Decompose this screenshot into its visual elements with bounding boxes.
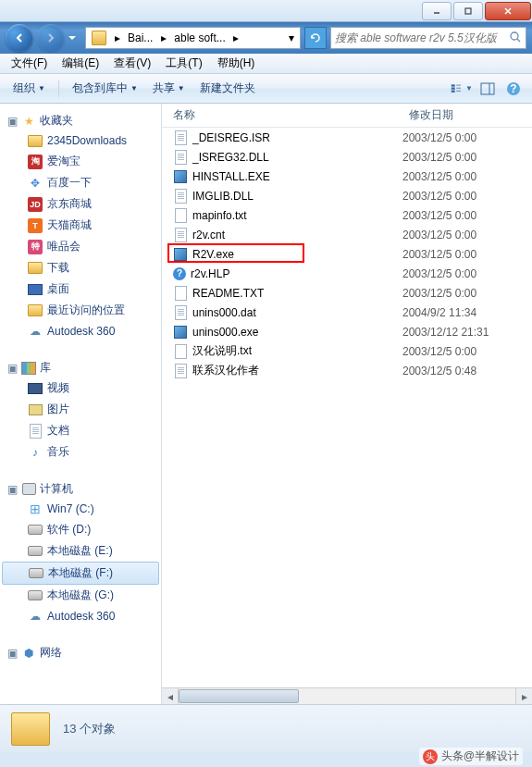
share-button[interactable]: 共享▼	[147, 77, 191, 100]
back-button[interactable]	[6, 24, 33, 52]
refresh-button[interactable]	[304, 27, 327, 49]
new-folder-button[interactable]: 新建文件夹	[194, 77, 261, 100]
sidebar-item[interactable]: 视频	[0, 377, 161, 399]
sidebar-item[interactable]: 软件 (D:)	[0, 519, 161, 540]
collapse-icon[interactable]: ▣	[7, 116, 18, 126]
search-box[interactable]	[330, 27, 526, 49]
menubar: 文件(F) 编辑(E) 查看(V) 工具(T) 帮助(H)	[0, 54, 532, 74]
file-date: 2003/12/12 21:31	[402, 326, 489, 339]
help-button[interactable]: ?	[502, 78, 525, 100]
sidebar-group-label: 库	[40, 360, 51, 376]
sidebar-group-favorites[interactable]: ▣★收藏夹	[0, 111, 161, 130]
scroll-left-icon[interactable]: ◂	[162, 688, 179, 704]
sidebar-item[interactable]: ☁Autodesk 360	[0, 606, 161, 626]
search-icon[interactable]	[509, 31, 522, 46]
sidebar-item[interactable]: T天猫商城	[0, 215, 161, 236]
sidebar-group-libraries[interactable]: ▣库	[0, 358, 161, 377]
svg-rect-8	[452, 90, 455, 92]
file-row[interactable]: ?r2v.HLP2003/12/5 0:00	[162, 264, 532, 283]
sidebar-item[interactable]: 桌面	[0, 278, 161, 300]
chevron-right-icon[interactable]: ▸	[110, 28, 124, 48]
menu-help[interactable]: 帮助(H)	[210, 54, 263, 73]
sidebar-item[interactable]: 本地磁盘 (E:)	[0, 540, 161, 562]
file-row[interactable]: r2v.cnt2003/12/5 0:00	[162, 225, 532, 244]
sidebar-item[interactable]: 最近访问的位置	[0, 300, 161, 321]
file-date: 2003/12/5 0:00	[402, 151, 476, 164]
file-row[interactable]: 联系汉化作者2003/12/5 0:48	[162, 361, 532, 380]
sidebar-item[interactable]: 下载	[0, 257, 161, 278]
sidebar-item[interactable]: 2345Downloads	[0, 130, 161, 151]
file-date: 2003/12/5 0:00	[402, 345, 476, 358]
file-row[interactable]: _DEISREG.ISR2003/12/5 0:00	[162, 128, 532, 147]
breadcrumb-seg2[interactable]: able soft...	[170, 28, 229, 48]
file-row[interactable]: HINSTALL.EXE2003/12/5 0:00	[162, 167, 532, 186]
sidebar-item[interactable]: ♪音乐	[0, 441, 161, 463]
history-dropdown[interactable]	[68, 24, 81, 52]
chevron-right-icon[interactable]: ▸	[229, 28, 243, 48]
sidebar-item[interactable]: ⊞Win7 (C:)	[0, 499, 161, 519]
close-button[interactable]	[485, 2, 531, 20]
scroll-thumb[interactable]	[179, 689, 299, 703]
chevron-right-icon[interactable]: ▸	[156, 28, 170, 48]
file-name: R2V.exe	[192, 248, 234, 261]
collapse-icon[interactable]: ▣	[7, 648, 18, 658]
divider	[58, 80, 59, 97]
sidebar-item[interactable]: 特唯品会	[0, 236, 161, 257]
sidebar-group-label: 网络	[40, 645, 62, 661]
scroll-right-icon[interactable]: ▸	[515, 688, 532, 704]
horizontal-scrollbar[interactable]: ◂ ▸	[162, 687, 532, 704]
file-row[interactable]: 汉化说明.txt2003/12/5 0:00	[162, 341, 532, 361]
view-options-button[interactable]: ▼	[451, 78, 473, 100]
menu-file[interactable]: 文件(F)	[4, 54, 55, 73]
file-row[interactable]: R2V.exe2003/12/5 0:00	[162, 244, 532, 264]
minimize-button[interactable]	[422, 2, 452, 20]
include-library-button[interactable]: 包含到库中▼	[67, 77, 143, 100]
sidebar-item[interactable]: 图片	[0, 399, 161, 420]
sidebar-item[interactable]: 本地磁盘 (F:)	[2, 562, 159, 585]
file-row[interactable]: IMGLIB.DLL2003/12/5 0:00	[162, 186, 532, 205]
file-row[interactable]: unins000.dat2004/9/2 11:34	[162, 303, 532, 322]
sidebar-item[interactable]: ✥百度一下	[0, 172, 161, 193]
column-name[interactable]: 名称	[173, 107, 409, 123]
titlebar	[0, 0, 532, 22]
forward-button[interactable]	[37, 24, 65, 52]
file-row[interactable]: README.TXT2003/12/5 0:00	[162, 283, 532, 303]
sidebar-item-label: 天猫商城	[47, 217, 92, 233]
sidebar-item-label: 桌面	[47, 281, 69, 297]
file-row[interactable]: unins000.exe2003/12/12 21:31	[162, 322, 532, 341]
svg-rect-7	[452, 87, 455, 89]
chevron-down-icon[interactable]: ▾	[284, 28, 298, 48]
preview-pane-button[interactable]	[476, 78, 499, 100]
sidebar-group-computer[interactable]: ▣计算机	[0, 479, 161, 499]
sidebar-item[interactable]: ☁Autodesk 360	[0, 321, 161, 341]
sidebar-item[interactable]: 本地磁盘 (G:)	[0, 585, 161, 606]
menu-tools[interactable]: 工具(T)	[158, 54, 209, 73]
sidebar-item[interactable]: 文档	[0, 420, 161, 441]
column-date[interactable]: 修改日期	[409, 107, 532, 123]
folder-icon	[11, 712, 50, 746]
breadcrumb[interactable]: ▸ Bai... ▸ able soft... ▸ ▾	[85, 27, 301, 49]
sidebar-item[interactable]: 淘爱淘宝	[0, 151, 161, 172]
file-name: HINSTALL.EXE	[192, 170, 270, 183]
maximize-button[interactable]	[453, 2, 483, 20]
column-headers: 名称 修改日期	[162, 104, 532, 128]
menu-view[interactable]: 查看(V)	[106, 54, 158, 73]
sidebar-group-network[interactable]: ▣⬢网络	[0, 643, 161, 662]
search-input[interactable]	[335, 31, 509, 44]
navbar: ▸ Bai... ▸ able soft... ▸ ▾	[0, 22, 532, 54]
file-name: _ISREG32.DLL	[192, 151, 269, 164]
collapse-icon[interactable]: ▣	[7, 363, 18, 373]
sidebar-item-label: 2345Downloads	[47, 134, 127, 147]
svg-rect-12	[481, 83, 494, 94]
file-name: unins000.exe	[192, 326, 258, 339]
collapse-icon[interactable]: ▣	[7, 484, 18, 494]
file-row[interactable]: _ISREG32.DLL2003/12/5 0:00	[162, 147, 532, 167]
sidebar-item-label: 爱淘宝	[47, 154, 80, 169]
organize-button[interactable]: 组织▼	[7, 77, 51, 100]
svg-line-5	[517, 39, 520, 42]
menu-edit[interactable]: 编辑(E)	[55, 54, 106, 73]
sidebar-item[interactable]: JD京东商城	[0, 193, 161, 215]
breadcrumb-seg1[interactable]: Bai...	[124, 28, 156, 48]
sidebar: ▣★收藏夹2345Downloads淘爱淘宝✥百度一下JD京东商城T天猫商城特唯…	[0, 104, 162, 704]
file-row[interactable]: mapinfo.txt2003/12/5 0:00	[162, 205, 532, 225]
